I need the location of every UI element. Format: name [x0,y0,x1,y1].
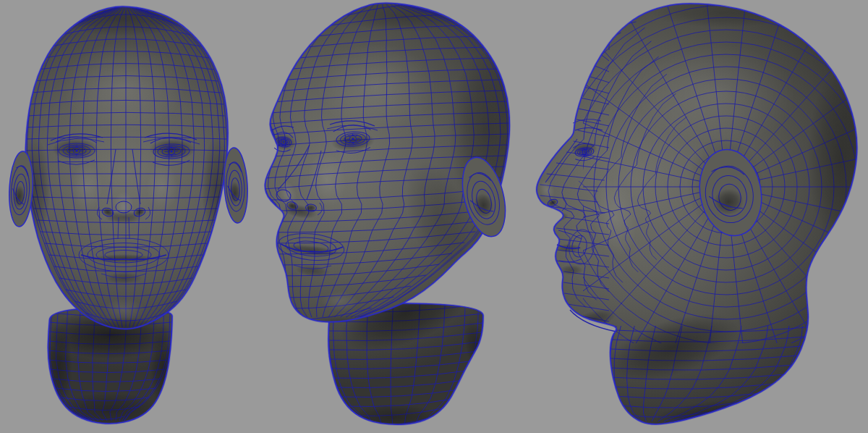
front-left-ear [7,151,34,227]
wireframe-scene [0,0,868,433]
front-head [19,1,233,337]
front-right-ear [222,147,249,224]
render-viewport [0,0,868,433]
head-front-view [7,1,249,427]
profile-head [477,0,868,433]
head-three-quarter-view [263,0,524,430]
head-profile-view [477,0,868,433]
